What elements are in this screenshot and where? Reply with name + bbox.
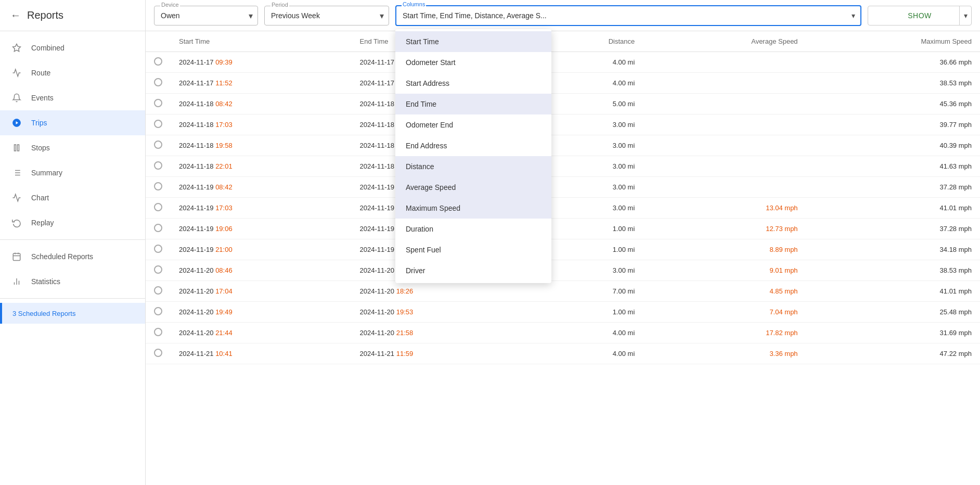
dropdown-item-distance[interactable]: Distance xyxy=(395,156,551,177)
chart-icon xyxy=(10,192,23,204)
row-avg-speed xyxy=(643,73,806,94)
table-row[interactable]: 2024-11-21 10:412024-11-21 11:594.00 mi3… xyxy=(146,343,980,364)
dropdown-item-end-time[interactable]: End Time xyxy=(395,94,551,114)
sidebar-item-route[interactable]: Route xyxy=(0,60,145,85)
row-distance: 4.00 mi xyxy=(532,343,643,364)
back-icon[interactable]: ← xyxy=(10,9,21,21)
svg-rect-11 xyxy=(13,253,20,261)
sidebar-divider-2 xyxy=(0,298,145,299)
table-row[interactable]: 2024-11-18 19:582024-11-18 20:093.00 mi4… xyxy=(146,135,980,156)
columns-select-wrapper: Columns Start Time, End Time, Distance, … xyxy=(395,5,861,26)
sidebar-item-combined[interactable]: Combined xyxy=(0,35,145,60)
table-row[interactable]: 2024-11-18 17:032024-11-18 17:173.00 mi3… xyxy=(146,114,980,135)
row-trip-icon xyxy=(146,302,171,323)
period-select[interactable]: Previous Week xyxy=(264,6,389,25)
dropdown-item-spent-fuel[interactable]: Spent Fuel xyxy=(395,239,551,260)
table-row[interactable]: 2024-11-19 21:002024-11-19 21:081.00 mi8… xyxy=(146,239,980,260)
row-trip-icon xyxy=(146,94,171,114)
row-avg-speed xyxy=(643,135,806,156)
table-row[interactable]: 2024-11-20 19:492024-11-20 19:531.00 mi7… xyxy=(146,302,980,323)
calendar-icon xyxy=(10,250,23,263)
show-button[interactable]: SHOW xyxy=(868,6,972,25)
star-icon xyxy=(10,42,23,54)
dropdown-item-driver[interactable]: Driver xyxy=(395,260,551,281)
row-avg-speed: 9.01 mph xyxy=(643,260,806,281)
row-end-time: 2024-11-20 19:53 xyxy=(352,302,533,323)
sidebar-item-summary[interactable]: Summary xyxy=(0,160,145,185)
table-row[interactable]: 2024-11-18 22:012024-11-18 22:113.00 mi4… xyxy=(146,156,980,177)
table-container: Start Time End Time Distance Average Spe… xyxy=(146,31,980,485)
toolbar: Device Owen ▾ Period Previous Week ▾ Col… xyxy=(146,0,980,31)
svg-rect-4 xyxy=(18,145,19,151)
row-start-time: 2024-11-19 17:03 xyxy=(171,198,352,219)
table-row[interactable]: 2024-11-19 08:422024-11-19 09:043.00 mi3… xyxy=(146,177,980,198)
row-max-speed: 41.63 mph xyxy=(806,156,980,177)
scheduled-badge[interactable]: 3 Scheduled Reports xyxy=(0,303,145,324)
row-avg-speed: 17.82 mph xyxy=(643,323,806,343)
row-avg-speed xyxy=(643,114,806,135)
row-start-time: 2024-11-20 08:46 xyxy=(171,260,352,281)
row-trip-icon xyxy=(146,219,171,239)
row-max-speed: 34.18 mph xyxy=(806,239,980,260)
dropdown-item-end-address[interactable]: End Address xyxy=(395,135,551,156)
row-max-speed: 41.01 mph xyxy=(806,198,980,219)
row-trip-icon xyxy=(146,156,171,177)
row-start-time: 2024-11-18 17:03 xyxy=(171,114,352,135)
row-trip-icon xyxy=(146,260,171,281)
sidebar-label-summary: Summary xyxy=(31,169,62,177)
sidebar-nav: Combined Route Events Trips xyxy=(0,31,145,485)
play-icon xyxy=(10,117,23,129)
dropdown-item-start-address[interactable]: Start Address xyxy=(395,73,551,94)
table-row[interactable]: 2024-11-20 17:042024-11-20 18:267.00 mi4… xyxy=(146,281,980,302)
dropdown-item-start-time[interactable]: Start Time xyxy=(395,31,551,52)
row-avg-speed xyxy=(643,94,806,114)
svg-marker-0 xyxy=(13,44,21,52)
sidebar-item-statistics[interactable]: Statistics xyxy=(0,269,145,294)
columns-select[interactable]: Start Time, End Time, Distance, Average … xyxy=(395,5,861,26)
row-avg-speed: 8.89 mph xyxy=(643,239,806,260)
col-max-speed: Maximum Speed xyxy=(806,31,980,52)
period-label: Period xyxy=(270,2,289,8)
row-start-time: 2024-11-18 22:01 xyxy=(171,156,352,177)
dropdown-item-odometer-start[interactable]: Odometer Start xyxy=(395,52,551,73)
dropdown-item-odometer-end[interactable]: Odometer End xyxy=(395,114,551,135)
table-row[interactable]: 2024-11-20 21:442024-11-20 21:584.00 mi1… xyxy=(146,323,980,343)
dropdown-item-average-speed[interactable]: Average Speed xyxy=(395,177,551,198)
svg-rect-3 xyxy=(15,145,16,151)
columns-chevron-icon: ▾ xyxy=(852,11,855,20)
table-row[interactable]: 2024-11-19 19:062024-11-19 19:111.00 mi1… xyxy=(146,219,980,239)
table-row[interactable]: 2024-11-17 09:392024-11-17 09:524.00 mi3… xyxy=(146,52,980,73)
sidebar-item-stops[interactable]: Stops xyxy=(0,135,145,160)
table-row[interactable]: 2024-11-19 17:032024-11-19 17:183.00 mi1… xyxy=(146,198,980,219)
row-distance: 4.00 mi xyxy=(532,323,643,343)
device-select-wrapper: Device Owen ▾ xyxy=(154,6,258,25)
dropdown-item-maximum-speed[interactable]: Maximum Speed xyxy=(395,198,551,219)
replay-icon xyxy=(10,216,23,229)
row-start-time: 2024-11-20 17:04 xyxy=(171,281,352,302)
row-start-time: 2024-11-18 08:42 xyxy=(171,94,352,114)
scheduled-badge-text: 3 Scheduled Reports xyxy=(12,310,75,317)
sidebar-item-scheduled[interactable]: Scheduled Reports xyxy=(0,244,145,269)
row-trip-icon xyxy=(146,281,171,302)
sidebar-header: ← Reports xyxy=(0,0,145,31)
main-content: Device Owen ▾ Period Previous Week ▾ Col… xyxy=(146,0,980,485)
show-dropdown-arrow[interactable]: ▾ xyxy=(959,6,972,25)
list-icon xyxy=(10,167,23,179)
dropdown-item-duration[interactable]: Duration xyxy=(395,219,551,239)
table-row[interactable]: 2024-11-20 08:462024-11-20 09:083.00 mi9… xyxy=(146,260,980,281)
row-avg-speed: 3.36 mph xyxy=(643,343,806,364)
sidebar-item-events[interactable]: Events xyxy=(0,85,145,110)
table-row[interactable]: 2024-11-18 08:422024-11-18 09:015.00 mi4… xyxy=(146,94,980,114)
sidebar-item-trips[interactable]: Trips xyxy=(0,110,145,135)
sidebar-divider xyxy=(0,239,145,240)
sidebar-item-replay[interactable]: Replay xyxy=(0,210,145,235)
row-max-speed: 25.48 mph xyxy=(806,302,980,323)
sidebar-label-replay: Replay xyxy=(31,219,54,227)
sidebar-label-route: Route xyxy=(31,69,50,77)
row-avg-speed: 12.73 mph xyxy=(643,219,806,239)
device-select[interactable]: Owen xyxy=(154,6,258,25)
table-row[interactable]: 2024-11-17 11:522024-11-17 12:114.00 mi3… xyxy=(146,73,980,94)
sidebar-item-chart[interactable]: Chart xyxy=(0,185,145,210)
row-start-time: 2024-11-19 08:42 xyxy=(171,177,352,198)
col-start-time: Start Time xyxy=(171,31,352,52)
